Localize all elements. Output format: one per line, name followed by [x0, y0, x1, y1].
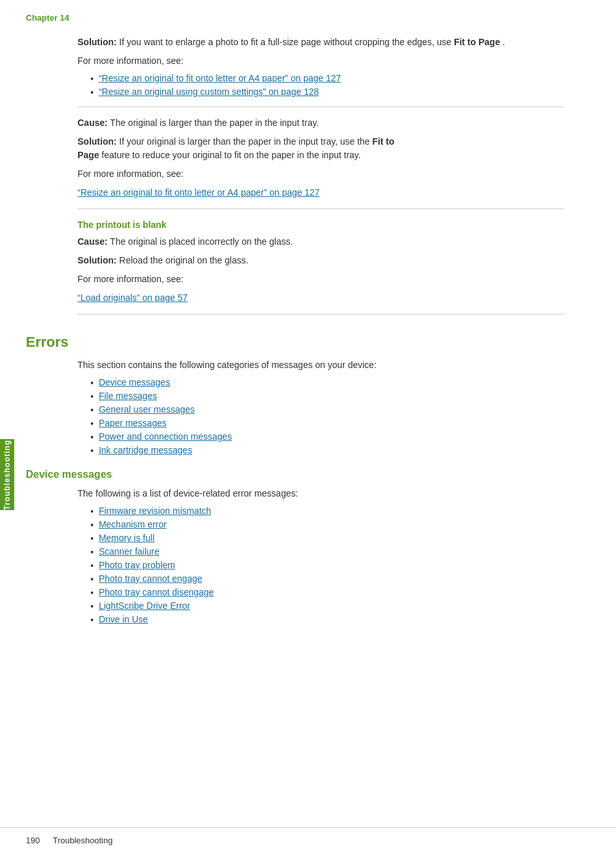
- link2-para: “Resize an original to fit onto letter o…: [77, 186, 564, 200]
- cause2-text: The original is larger than the paper in…: [110, 118, 318, 128]
- solution2-para: Solution: If your original is larger tha…: [77, 135, 564, 162]
- chapter-label: Chapter 14: [0, 0, 616, 29]
- list-item: Paper messages: [90, 418, 564, 429]
- solution1-end: .: [502, 37, 505, 47]
- for-more-info-2: For more information, see:: [77, 167, 564, 181]
- cause3-label: Cause:: [77, 236, 108, 247]
- link-load-originals[interactable]: “Load originals” on page 57: [77, 293, 187, 303]
- device-messages-intro: The following is a list of device-relate…: [77, 487, 564, 500]
- footer: 190 Troubleshooting: [0, 827, 616, 853]
- divider-2: [77, 209, 564, 209]
- link-resize-letter[interactable]: “Resize an original to fit onto letter o…: [99, 73, 341, 83]
- list-item: Memory is full: [90, 533, 564, 544]
- cause3-para: Cause: The original is placed incorrectl…: [77, 235, 564, 249]
- link-ink-cartridge-messages[interactable]: Ink cartridge messages: [99, 445, 192, 455]
- links-list-1: “Resize an original to fit onto letter o…: [90, 73, 564, 98]
- link-power-messages[interactable]: Power and connection messages: [99, 431, 232, 442]
- list-item: LightScribe Drive Error: [90, 601, 564, 611]
- solution2-bold2: Page: [77, 150, 99, 160]
- errors-intro: This section contains the following cate…: [77, 358, 564, 372]
- cause3-text: The original is placed incorrectly on th…: [110, 236, 293, 247]
- page-container: Chapter 14 Solution: If you want to enla…: [0, 0, 616, 853]
- footer-page-number: 190: [26, 836, 40, 845]
- link-general-user-messages[interactable]: General user messages: [99, 404, 195, 415]
- link-photo-tray-engage[interactable]: Photo tray cannot engage: [99, 573, 202, 584]
- list-item: Device messages: [90, 377, 564, 388]
- cause2-label: Cause:: [77, 118, 108, 128]
- device-links-list: Firmware revision mismatch Mechanism err…: [90, 506, 564, 625]
- main-content: Solution: If you want to enlarge a photo…: [0, 36, 616, 314]
- link-memory-full[interactable]: Memory is full: [99, 533, 154, 543]
- sidebar-tab: Troubleshooting: [0, 439, 14, 510]
- link-resize-custom[interactable]: “Resize an original using custom setting…: [99, 87, 319, 97]
- list-item: Ink cartridge messages: [90, 445, 564, 456]
- link-file-messages[interactable]: File messages: [99, 391, 157, 401]
- for-more-info-3: For more information, see:: [77, 272, 564, 286]
- load-originals-link: “Load originals” on page 57: [77, 291, 564, 305]
- solution3-text: Reload the original on the glass.: [119, 255, 249, 265]
- printout-heading: The printout is blank: [77, 220, 564, 230]
- footer-section-label: Troubleshooting: [53, 836, 113, 845]
- link-photo-tray-disengage[interactable]: Photo tray cannot disengage: [99, 587, 214, 597]
- list-item: Drive in Use: [90, 614, 564, 625]
- list-item: Mechanism error: [90, 519, 564, 530]
- list-item: General user messages: [90, 404, 564, 415]
- categories-list: Device messages File messages General us…: [90, 377, 564, 456]
- cause2-para: Cause: The original is larger than the p…: [77, 116, 564, 130]
- link-resize-letter-2[interactable]: “Resize an original to fit onto letter o…: [77, 187, 320, 198]
- device-messages-heading: Device messages: [26, 469, 616, 480]
- list-item: Scanner failure: [90, 546, 564, 557]
- device-messages-body: The following is a list of device-relate…: [0, 487, 616, 625]
- list-item: “Resize an original using custom setting…: [90, 87, 564, 98]
- solution2-bold1: Fit to: [373, 136, 395, 147]
- list-item: Photo tray problem: [90, 560, 564, 571]
- solution2-text: If your original is larger than the pape…: [119, 136, 373, 147]
- link-scanner-failure[interactable]: Scanner failure: [99, 546, 159, 557]
- solution3-para: Solution: Reload the original on the gla…: [77, 254, 564, 267]
- link-drive-in-use[interactable]: Drive in Use: [99, 614, 148, 624]
- link-firmware-revision[interactable]: Firmware revision mismatch: [99, 506, 211, 516]
- link-photo-tray-problem[interactable]: Photo tray problem: [99, 560, 175, 570]
- list-item: File messages: [90, 391, 564, 402]
- link-device-messages[interactable]: Device messages: [99, 377, 170, 387]
- list-item: Photo tray cannot disengage: [90, 587, 564, 598]
- link-mechanism-error[interactable]: Mechanism error: [99, 519, 167, 529]
- divider-1: [77, 107, 564, 107]
- divider-3: [77, 314, 564, 314]
- list-item: Photo tray cannot engage: [90, 573, 564, 584]
- link-paper-messages[interactable]: Paper messages: [99, 418, 167, 428]
- for-more-info-1: For more information, see:: [77, 54, 564, 68]
- solution1-text: If you want to enlarge a photo to fit a …: [119, 37, 454, 47]
- link-lightscribe[interactable]: LightScribe Drive Error: [99, 601, 190, 611]
- list-item: Power and connection messages: [90, 431, 564, 442]
- errors-heading: Errors: [0, 334, 616, 351]
- solution3-label: Solution:: [77, 255, 117, 265]
- solution1-bold: Fit to Page: [454, 37, 500, 47]
- solution1-para: Solution: If you want to enlarge a photo…: [77, 36, 564, 49]
- errors-section: Errors This section contains the followi…: [0, 334, 616, 456]
- sidebar-tab-text: Troubleshooting: [3, 440, 12, 510]
- list-item: Firmware revision mismatch: [90, 506, 564, 517]
- list-item: “Resize an original to fit onto letter o…: [90, 73, 564, 84]
- solution1-label: Solution:: [77, 37, 117, 47]
- solution2-label: Solution:: [77, 136, 117, 147]
- solution2-text2: feature to reduce your original to fit o…: [101, 150, 360, 160]
- errors-body: This section contains the following cate…: [0, 358, 616, 456]
